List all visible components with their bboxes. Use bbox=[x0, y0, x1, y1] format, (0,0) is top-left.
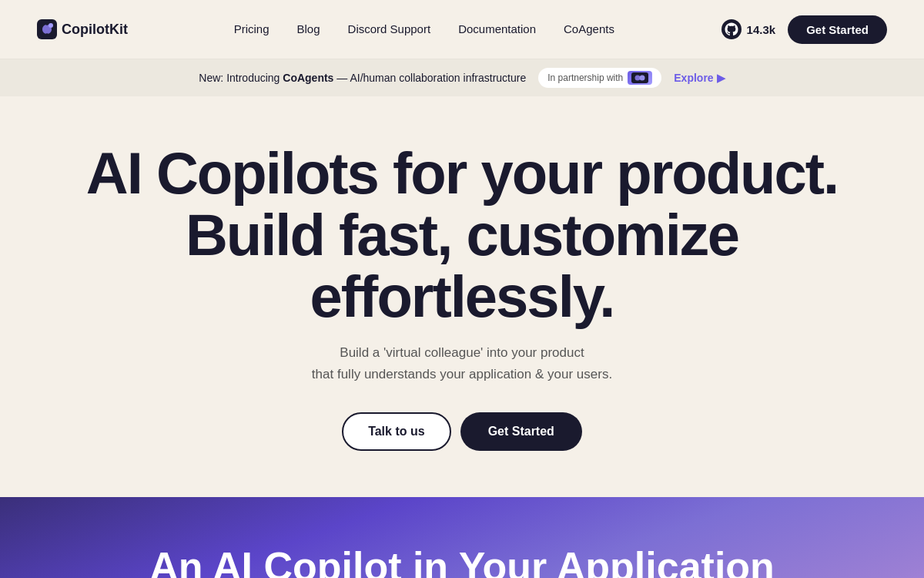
announcement-banner: New: Introducing CoAgents — AI/human col… bbox=[0, 59, 924, 96]
explore-link[interactable]: Explore ▶ bbox=[674, 72, 725, 84]
github-count: 14.3k bbox=[747, 23, 776, 36]
github-icon bbox=[721, 18, 742, 40]
nav-links: Pricing Blog Discord Support Documentati… bbox=[234, 22, 614, 36]
nav-item-blog[interactable]: Blog bbox=[297, 22, 320, 35]
partnership-badge: In partnership with bbox=[538, 68, 661, 88]
partner-svg bbox=[631, 72, 648, 83]
hero-title: AI Copilots for your product. Build fast… bbox=[37, 143, 887, 327]
hero-section: AI Copilots for your product. Build fast… bbox=[0, 96, 924, 497]
get-started-nav-button[interactable]: Get Started bbox=[788, 15, 887, 44]
hero-subtitle: Build a 'virtual colleague' into your pr… bbox=[37, 342, 887, 384]
nav-item-coagents[interactable]: CoAgents bbox=[564, 22, 614, 35]
announcement-suffix: — AI/human collaboration infrastructure bbox=[333, 72, 526, 84]
hero-buttons: Talk to us Get Started bbox=[37, 412, 887, 451]
partnership-label: In partnership with bbox=[547, 72, 623, 83]
gradient-section-title: An AI Copilot in Your Application bbox=[37, 543, 887, 578]
svg-point-5 bbox=[640, 76, 645, 81]
nav-item-discord[interactable]: Discord Support bbox=[348, 22, 431, 35]
explore-arrow-icon: ▶ bbox=[717, 72, 725, 84]
hero-title-line1: AI Copilots for your product. bbox=[86, 140, 838, 206]
logo-text: CopilotKit bbox=[62, 22, 128, 38]
announcement-text: New: Introducing CoAgents — AI/human col… bbox=[199, 72, 526, 84]
svg-point-1 bbox=[49, 23, 53, 28]
logo[interactable]: CopilotKit bbox=[37, 19, 128, 39]
get-started-hero-button[interactable]: Get Started bbox=[460, 412, 582, 451]
github-link[interactable]: 14.3k bbox=[721, 18, 776, 40]
hero-title-line2: Build fast, customize effortlessly. bbox=[186, 202, 738, 329]
nav-item-docs[interactable]: Documentation bbox=[458, 22, 536, 35]
logo-icon bbox=[37, 19, 57, 39]
hero-subtitle-line2: that fully understands your application … bbox=[312, 367, 612, 381]
explore-label: Explore bbox=[674, 72, 713, 84]
partnership-logo-icon bbox=[628, 71, 652, 85]
announcement-brand: CoAgents bbox=[283, 72, 333, 84]
navbar: CopilotKit Pricing Blog Discord Support … bbox=[0, 0, 924, 59]
hero-subtitle-line1: Build a 'virtual colleague' into your pr… bbox=[340, 345, 584, 360]
nav-item-pricing[interactable]: Pricing bbox=[234, 22, 270, 35]
svg-point-2 bbox=[721, 19, 742, 39]
announcement-prefix: New: Introducing bbox=[199, 72, 283, 84]
talk-to-us-button[interactable]: Talk to us bbox=[342, 412, 451, 451]
gradient-section: An AI Copilot in Your Application YOUR A… bbox=[0, 497, 924, 578]
nav-right: 14.3k Get Started bbox=[721, 15, 887, 44]
svg-point-4 bbox=[635, 76, 641, 81]
